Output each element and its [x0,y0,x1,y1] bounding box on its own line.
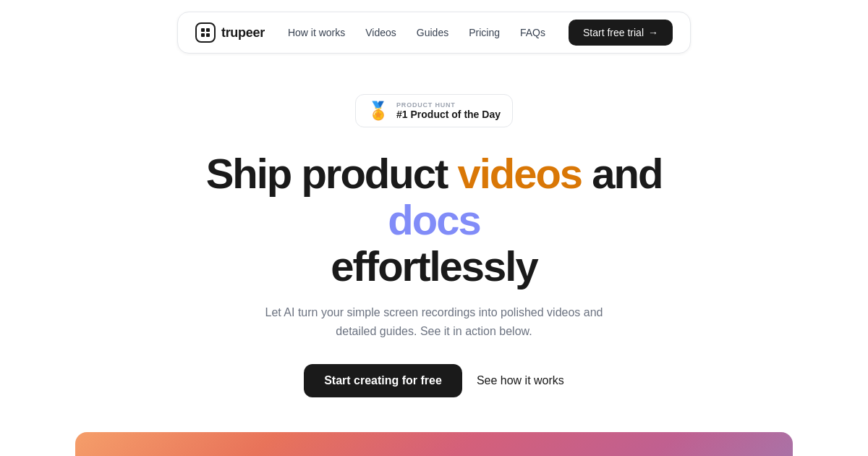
nav-links: How it works Videos Guides Pricing FAQs [288,27,545,38]
hero-heading: Ship product videos and docseffortlessly [181,151,687,289]
logo[interactable]: trupeer [195,22,265,43]
badge-text: PRODUCT HUNT #1 Product of the Day [396,101,501,120]
nav-link-pricing[interactable]: Pricing [469,27,500,38]
nav-link-videos[interactable]: Videos [365,27,396,38]
heading-docs: docs [388,196,480,243]
svg-rect-1 [206,28,210,32]
svg-rect-0 [201,28,205,32]
logo-icon [195,22,216,43]
logo-text: trupeer [221,25,265,41]
see-how-it-works-button[interactable]: See how it works [477,374,564,387]
preview-container [75,432,793,456]
svg-rect-2 [201,33,205,37]
navbar-wrapper: trupeer How it works Videos Guides Prici… [0,0,868,65]
nav-link-faqs[interactable]: FAQs [520,27,545,38]
medal-icon: 🏅 [367,101,389,121]
start-free-trial-button[interactable]: Start free trial → [569,20,673,46]
nav-link-guides[interactable]: Guides [417,27,448,38]
start-creating-button[interactable]: Start creating for free [304,364,462,397]
heading-middle: and [582,150,662,197]
preview-background [75,432,793,456]
hero-section: 🏅 PRODUCT HUNT #1 Product of the Day Shi… [166,65,702,432]
nav-link-how-it-works[interactable]: How it works [288,27,345,38]
product-hunt-badge: 🏅 PRODUCT HUNT #1 Product of the Day [355,94,513,127]
svg-rect-3 [206,33,210,37]
hero-buttons: Start creating for free See how it works [304,364,564,397]
heading-prefix: Ship product [206,150,458,197]
hero-subtext: Let AI turn your simple screen recording… [260,303,608,340]
heading-videos: videos [457,150,582,197]
heading-suffix: effortlessly [331,242,537,290]
navbar: trupeer How it works Videos Guides Prici… [177,12,691,54]
badge-label: PRODUCT HUNT [396,101,456,109]
badge-title: #1 Product of the Day [396,109,501,120]
